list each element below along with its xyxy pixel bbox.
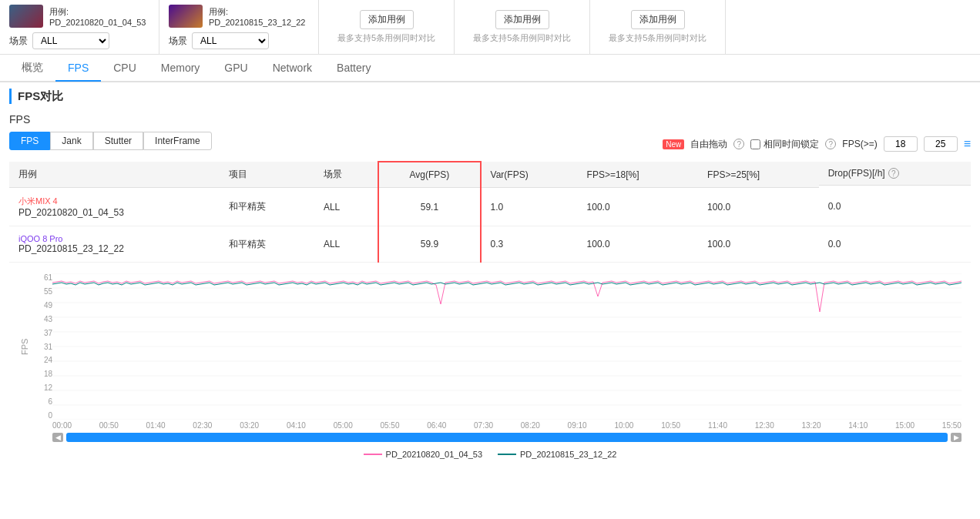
- x-label-11: 09:10: [568, 421, 587, 430]
- th-avg: Avg(FPS): [378, 162, 480, 188]
- td-drop-2: 0.0: [819, 226, 971, 263]
- x-label-0: 00:00: [52, 421, 72, 430]
- case-thumb-1: [9, 5, 43, 28]
- x-label-13: 10:50: [661, 421, 680, 430]
- free-move-label[interactable]: 自由拖动: [690, 138, 727, 151]
- new-badge: New: [663, 139, 684, 149]
- table-header-row: 用例 项目 场景 Avg(FPS) Var(FPS) FPS>=18[%] FP…: [9, 162, 971, 188]
- sub-tab-jank[interactable]: Jank: [50, 132, 92, 150]
- x-label-4: 03:20: [240, 421, 259, 430]
- legend-line-2: [498, 454, 516, 455]
- tab-battery[interactable]: Battery: [324, 55, 383, 82]
- legend-item-1: PD_20210820_01_04_53: [364, 450, 482, 459]
- td-var-1: 1.0: [481, 188, 578, 226]
- td-avg-2: 59.9: [378, 226, 480, 263]
- fps-input-1[interactable]: [884, 136, 918, 152]
- case-name-1: PD_20210820_01_04_53: [18, 207, 124, 218]
- tab-network[interactable]: Network: [260, 55, 324, 82]
- scene-select-2[interactable]: ALL: [192, 32, 269, 49]
- case-thumb-img-2: [169, 5, 203, 28]
- table-row: 小米MIX 4 PD_20210820_01_04_53 和平精英 ALL 59…: [9, 188, 971, 226]
- fps-y-title: FPS: [18, 273, 31, 420]
- nav-tabs: 概览 FPS CPU Memory GPU Network Battery: [0, 55, 980, 82]
- th-case: 用例: [9, 162, 220, 188]
- legend-line-1: [364, 454, 382, 455]
- th-drop: Drop(FPS)[/h] ?: [819, 162, 971, 186]
- drop-help-icon[interactable]: ?: [888, 168, 899, 179]
- same-time-label: 相同时间锁定: [764, 138, 819, 151]
- x-label-8: 06:40: [427, 421, 446, 430]
- y-axis-labels: 0 6 12 18 24 31 37 43 49 55 61: [31, 273, 52, 420]
- chart-line-1: [52, 281, 962, 312]
- scene-text-1: 场景: [9, 35, 28, 48]
- device-label-1: 小米MIX 4: [18, 196, 210, 207]
- th-var: Var(FPS): [481, 162, 578, 188]
- sub-tab-interframe[interactable]: InterFrame: [143, 132, 212, 150]
- scrollbar-container: ◀ ▶: [18, 433, 962, 442]
- case-block-2: 用例: PD_20210815_23_12_22 场景 ALL: [159, 0, 319, 54]
- chart-legend: PD_20210820_01_04_53 PD_20210815_23_12_2…: [18, 445, 962, 464]
- add-case-btn-1[interactable]: 添加用例: [360, 10, 414, 29]
- fps-input-2[interactable]: [924, 136, 958, 152]
- scene-select-1[interactable]: ALL: [32, 32, 109, 49]
- x-label-12: 10:00: [614, 421, 633, 430]
- y-label-37: 37: [31, 329, 52, 337]
- data-table: 用例 项目 场景 Avg(FPS) Var(FPS) FPS>=18[%] FP…: [9, 161, 971, 263]
- th-fps25: FPS>=25[%]: [698, 162, 819, 188]
- toolbar-right: New 自由拖动 ? 相同时间锁定 ? FPS(>=) ≡: [663, 136, 971, 152]
- add-case-hint-1: 最多支持5条用例同时对比: [337, 32, 435, 44]
- scrollbar-right-btn[interactable]: ▶: [951, 433, 962, 442]
- x-label-7: 05:50: [380, 421, 399, 430]
- y-label-18: 18: [31, 370, 52, 378]
- chart-svg: [52, 273, 962, 420]
- td-drop-1: 0.0: [819, 188, 971, 226]
- scrollbar-left-btn[interactable]: ◀: [52, 433, 63, 442]
- case-thumb-img-1: [9, 5, 43, 28]
- sub-tab-fps[interactable]: FPS: [9, 132, 50, 150]
- td-fps18-1: 100.0: [578, 188, 699, 226]
- y-label-55: 55: [31, 287, 52, 296]
- add-case-btn-2[interactable]: 添加用例: [495, 10, 549, 29]
- tab-overview[interactable]: 概览: [9, 55, 55, 82]
- x-label-3: 02:30: [193, 421, 212, 430]
- case-label-2: 用例: PD_20210815_23_12_22: [209, 6, 309, 27]
- td-case-2: iQOO 8 Pro PD_20210815_23_12_22: [9, 226, 220, 263]
- tab-gpu[interactable]: GPU: [212, 55, 260, 82]
- top-section: 用例: PD_20210820_01_04_53 场景 ALL 用例: PD_2…: [0, 0, 980, 55]
- case-block-1: 用例: PD_20210820_01_04_53 场景 ALL: [0, 0, 159, 54]
- x-label-14: 11:40: [708, 421, 727, 430]
- td-case-1: 小米MIX 4 PD_20210820_01_04_53: [9, 188, 220, 226]
- case-label-1: 用例: PD_20210820_01_04_53: [49, 6, 149, 27]
- x-label-9: 07:30: [474, 421, 493, 430]
- view-icon[interactable]: ≡: [964, 137, 971, 151]
- case-scene-1: 场景 ALL: [9, 32, 149, 49]
- sub-tab-stutter[interactable]: Stutter: [93, 132, 143, 150]
- same-time-checkbox[interactable]: [750, 139, 760, 149]
- y-label-49: 49: [31, 301, 52, 310]
- th-fps18: FPS>=18[%]: [578, 162, 699, 188]
- free-move-help-icon[interactable]: ?: [733, 139, 744, 149]
- td-fps25-1: 100.0: [698, 188, 819, 226]
- tab-fps[interactable]: FPS: [55, 55, 101, 82]
- case-thumb-2: [169, 5, 203, 28]
- scene-text-2: 场景: [169, 35, 187, 48]
- legend-label-1: PD_20210820_01_04_53: [386, 450, 482, 459]
- td-project-1: 和平精英: [220, 188, 314, 226]
- add-case-btn-3[interactable]: 添加用例: [631, 10, 685, 29]
- y-label-61: 61: [31, 273, 52, 282]
- x-label-16: 13:20: [802, 421, 821, 430]
- scrollbar-thumb[interactable]: [66, 433, 948, 442]
- same-time-help-icon[interactable]: ?: [825, 139, 836, 149]
- tab-memory[interactable]: Memory: [149, 55, 213, 82]
- tab-cpu[interactable]: CPU: [101, 55, 149, 82]
- y-label-12: 12: [31, 383, 52, 392]
- case-scene-2: 场景 ALL: [169, 32, 309, 49]
- fps-header: FPS: [9, 113, 971, 126]
- x-label-15: 12:30: [755, 421, 774, 430]
- same-time-check[interactable]: 相同时间锁定: [750, 138, 819, 151]
- table-row: iQOO 8 Pro PD_20210815_23_12_22 和平精英 ALL…: [9, 226, 971, 263]
- chart-outer: FPS 0 6 12 18 24 31 37 43 49 55 61: [18, 273, 962, 420]
- x-axis-labels: 00:00 00:50 01:40 02:30 03:20 04:10 05:0…: [18, 421, 962, 430]
- add-case-hint-2: 最多支持5条用例同时对比: [473, 32, 571, 44]
- add-block-2: 添加用例 最多支持5条用例同时对比: [455, 0, 590, 54]
